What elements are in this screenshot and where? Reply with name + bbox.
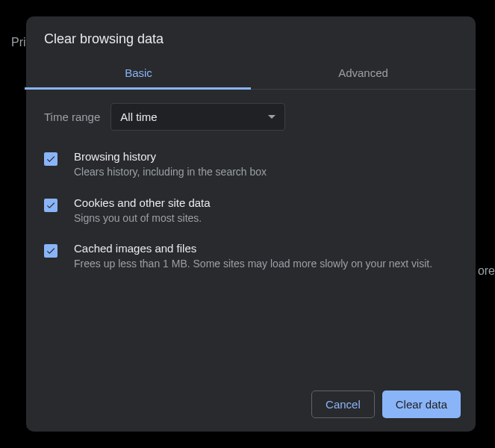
tab-advanced[interactable]: Advanced: [251, 57, 476, 89]
option-title: Cached images and files: [74, 242, 458, 255]
option-cached: Cached images and files Frees up less th…: [44, 242, 458, 272]
check-icon: [46, 200, 56, 211]
option-title: Cookies and other site data: [74, 196, 458, 209]
background-text: ore: [478, 264, 495, 278]
dialog-content: Time range All time Browsing history Cle…: [26, 90, 476, 379]
option-desc: Frees up less than 1 MB. Some sites may …: [74, 257, 458, 272]
time-range-select[interactable]: All time: [110, 103, 285, 131]
option-desc: Signs you out of most sites.: [74, 211, 458, 226]
clear-browsing-data-dialog: Clear browsing data Basic Advanced Time …: [26, 16, 476, 432]
option-desc: Clears history, including in the search …: [74, 165, 458, 180]
time-range-value: All time: [120, 111, 157, 123]
time-range-label: Time range: [44, 111, 100, 123]
dialog-title: Clear browsing data: [26, 16, 476, 57]
tabs: Basic Advanced: [26, 57, 476, 90]
option-browsing-history: Browsing history Clears history, includi…: [44, 150, 458, 180]
clear-data-button[interactable]: Clear data: [382, 391, 461, 418]
time-range-row: Time range All time: [44, 103, 458, 131]
option-text: Browsing history Clears history, includi…: [74, 150, 458, 180]
checkbox-cookies[interactable]: [44, 199, 57, 212]
cancel-button[interactable]: Cancel: [311, 391, 375, 418]
check-icon: [46, 246, 56, 256]
option-title: Browsing history: [74, 150, 458, 163]
checkbox-cached[interactable]: [44, 244, 57, 258]
check-icon: [46, 154, 56, 164]
checkbox-browsing-history[interactable]: [44, 152, 57, 166]
tab-basic[interactable]: Basic: [26, 57, 251, 89]
dialog-footer: Cancel Clear data: [26, 379, 476, 432]
option-text: Cookies and other site data Signs you ou…: [74, 196, 458, 226]
option-text: Cached images and files Frees up less th…: [74, 242, 458, 272]
chevron-down-icon: [268, 115, 275, 119]
option-cookies: Cookies and other site data Signs you ou…: [44, 196, 458, 226]
